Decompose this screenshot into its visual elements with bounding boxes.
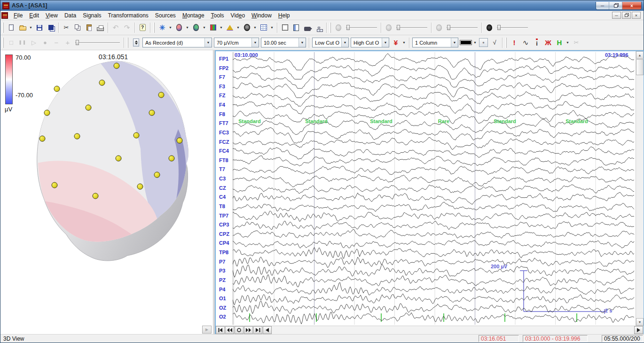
channel-label-fc4[interactable]: FC4	[219, 148, 234, 154]
channel-label-pz[interactable]: PZ	[219, 277, 234, 283]
app-icon[interactable]	[2, 2, 9, 9]
horizontal-scroll-track[interactable]	[272, 326, 634, 334]
new-button[interactable]	[6, 22, 16, 33]
tree-view-button[interactable]	[314, 22, 324, 33]
info-marker-button[interactable]: i	[532, 37, 542, 48]
pane-scroll-right-button[interactable]: ▶	[202, 326, 212, 334]
channel-label-fp2[interactable]: FP2	[219, 65, 234, 71]
electrode-marker[interactable]	[116, 156, 121, 161]
map-3d-dropdown[interactable]: ▼	[185, 22, 190, 33]
chevron-down-icon[interactable]: ▼	[251, 38, 259, 47]
high-cut-select[interactable]: High Cut O ▼	[351, 38, 389, 47]
menu-item-window[interactable]: Window	[248, 11, 275, 20]
title-bar[interactable]: ASA - [ASA1] ─ ×	[0, 0, 644, 11]
electrode-marker[interactable]	[134, 133, 139, 138]
split-view-button[interactable]	[131, 37, 141, 48]
toolbar-grip[interactable]	[330, 23, 331, 33]
channel-label-fc3[interactable]: FC3	[219, 130, 234, 135]
toolbar-grip[interactable]	[505, 38, 507, 48]
channel-label-fp1[interactable]: FP1	[219, 56, 234, 62]
toolbar-grip[interactable]	[153, 23, 155, 33]
electrode-marker[interactable]	[54, 86, 60, 92]
eeg-traces[interactable]	[233, 52, 635, 326]
toolbar-grip[interactable]	[127, 38, 128, 48]
properties-button[interactable]	[291, 22, 301, 33]
save-all-button[interactable]	[46, 22, 56, 33]
menu-item-view[interactable]: View	[42, 11, 61, 20]
annotation-button[interactable]: !	[509, 37, 519, 48]
channel-label-cp4[interactable]: CP4	[219, 240, 234, 246]
scroll-up-button[interactable]: ▲	[636, 51, 644, 59]
channel-label-ft7[interactable]: FT7	[219, 120, 234, 126]
map-3d-button[interactable]	[174, 22, 184, 33]
columns-select[interactable]: 1 Column ▼	[412, 38, 458, 47]
restore-button[interactable]	[609, 2, 622, 10]
electrode-marker[interactable]	[93, 193, 98, 199]
channel-label-tp8[interactable]: TP8	[219, 249, 234, 255]
dot-toggle-button[interactable]: ●	[479, 38, 488, 47]
reject-button[interactable]: Ж	[543, 37, 553, 48]
menu-item-transformations[interactable]: Transformations	[105, 11, 152, 20]
electrode-marker[interactable]	[169, 156, 174, 161]
electrode-marker[interactable]	[149, 110, 155, 116]
electrode-marker[interactable]	[114, 63, 119, 69]
channel-label-cpz[interactable]: CPZ	[219, 231, 234, 237]
copy-button[interactable]	[72, 22, 83, 33]
electrode-marker[interactable]	[44, 110, 50, 116]
electrode-marker[interactable]	[39, 136, 45, 141]
channel-label-p3[interactable]: P3	[219, 268, 234, 273]
overlay4-slider[interactable]	[497, 24, 528, 31]
maps-dropdown[interactable]: ▼	[219, 22, 224, 33]
eeg-panel[interactable]: FP1FP2F7F3FZF4F8FT7FC3FCZFC4FT8T7C3CZC4T…	[215, 50, 644, 335]
chevron-down-icon[interactable]: ▼	[204, 38, 212, 47]
toolbar-grip[interactable]	[2, 23, 4, 33]
help-button[interactable]: ?	[137, 22, 148, 33]
channel-label-cp3[interactable]: CP3	[219, 222, 234, 227]
electrode-marker[interactable]	[99, 80, 105, 86]
page-right-button[interactable]	[634, 326, 643, 334]
trace-color-dropdown[interactable]: ▼	[472, 37, 478, 48]
channel-label-cz[interactable]: CZ	[219, 185, 234, 191]
close-button[interactable]: ×	[622, 2, 641, 10]
signal-display-button[interactable]: ✳	[157, 22, 167, 33]
play-pause-review-button[interactable]	[235, 326, 243, 334]
channel-label-tp7[interactable]: TP7	[219, 213, 234, 218]
page-left-button[interactable]	[263, 326, 272, 334]
go-last-button[interactable]	[253, 326, 262, 334]
maps-button[interactable]	[208, 22, 218, 33]
mdi-restore-button[interactable]	[622, 12, 631, 19]
electrode-marker[interactable]	[137, 184, 143, 189]
vertical-scrollbar[interactable]: ▲ ▼	[636, 51, 644, 326]
channel-label-o1[interactable]: O1	[219, 296, 234, 301]
3d-view-panel[interactable]: 70.00 -70.00 µV 03:16.051	[0, 50, 213, 335]
head-3d-model[interactable]	[0, 50, 213, 320]
signal-display-dropdown[interactable]: ▼	[168, 22, 173, 33]
apply-button[interactable]: √	[489, 37, 500, 48]
montage-select[interactable]: As Recorded (d) ▼	[142, 38, 212, 47]
overlay4-button[interactable]	[484, 22, 495, 33]
full-view-button[interactable]	[280, 22, 290, 33]
chevron-down-icon[interactable]: ▼	[382, 38, 389, 47]
toolbar-grip[interactable]	[2, 38, 4, 48]
electrode-marker[interactable]	[86, 105, 91, 110]
menu-item-data[interactable]: Data	[61, 11, 79, 20]
open-button[interactable]	[17, 22, 28, 33]
notch-filter-button[interactable]: ¥	[391, 37, 401, 48]
chevron-down-icon[interactable]: ▼	[298, 38, 306, 47]
map-2d-dropdown[interactable]: ▼	[202, 22, 207, 33]
menu-item-edit[interactable]: Edit	[26, 11, 42, 20]
chevron-down-icon[interactable]: ▼	[451, 38, 458, 47]
signal-inspect-button[interactable]: ∿	[520, 37, 531, 48]
timebase-select[interactable]: 10.00 sec ▼	[261, 38, 306, 47]
go-first-button[interactable]	[216, 326, 225, 334]
vertical-scroll-thumb[interactable]	[636, 59, 644, 75]
channel-label-oz[interactable]: OZ	[219, 305, 234, 311]
low-cut-select[interactable]: Low Cut O ▼	[312, 38, 349, 47]
contour-button[interactable]	[225, 22, 235, 33]
mdi-minimize-button[interactable]: ─	[612, 12, 621, 19]
electrode-marker[interactable]	[177, 138, 182, 143]
channel-label-t8[interactable]: T8	[219, 203, 234, 209]
fast-forward-button[interactable]	[244, 326, 253, 334]
electrode-marker[interactable]	[158, 92, 164, 98]
sensitivity-select[interactable]: 70 µV/cm ▼	[214, 38, 259, 47]
